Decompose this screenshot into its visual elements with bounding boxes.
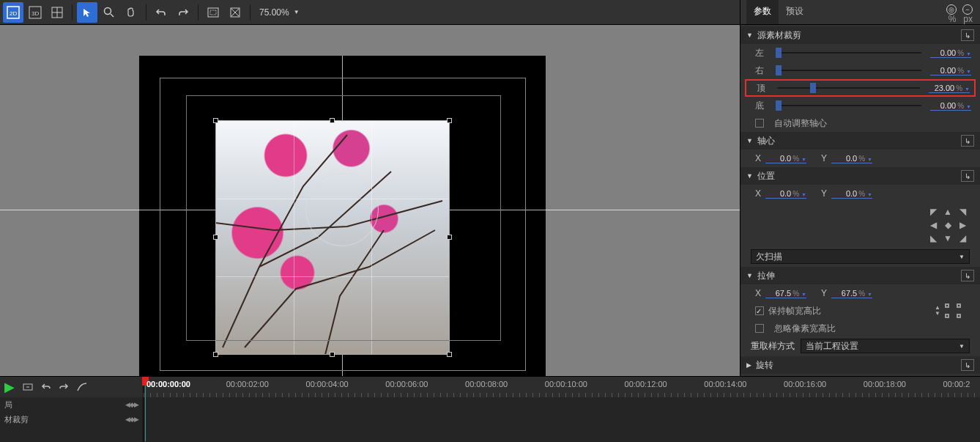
- timecode-label: 00:00:12:00: [625, 380, 667, 388]
- select-tool-button[interactable]: [77, 2, 97, 23]
- slider-crop-top[interactable]: [777, 87, 920, 89]
- timecode-label: 00:00:10:00: [545, 380, 587, 388]
- param-pivot-xy: X 0.0%▼ Y 0.0%▼: [740, 150, 980, 167]
- value-pivot-y[interactable]: 0.0%▼: [831, 154, 872, 163]
- slider-crop-bottom[interactable]: [776, 105, 921, 106]
- add-keyframe-icon[interactable]: ↳: [961, 29, 974, 41]
- svg-text:3D: 3D: [31, 10, 39, 17]
- tab-presets[interactable]: 预设: [779, 0, 811, 24]
- properties-panel: 参数 预设 % px ▼源素材裁剪↳ 左 0.00%▼ 右 0.00%▼ 顶 2…: [740, 0, 980, 376]
- timecode-label: 00:00:00:00: [146, 380, 190, 388]
- svg-text:2D: 2D: [10, 10, 17, 17]
- value-crop-bottom[interactable]: 0.00%▼: [930, 101, 971, 111]
- handle-ml[interactable]: [213, 235, 218, 240]
- resample-select[interactable]: 当前工程设置▼: [801, 339, 970, 353]
- zoom-tool-button[interactable]: [99, 2, 119, 23]
- track-row[interactable]: 局◀◆▶: [0, 397, 143, 412]
- param-crop-bottom: 底 0.00%▼: [740, 97, 980, 114]
- nudge-pad[interactable]: ◤▲◥ ◀◆▶ ◣▼◢: [926, 205, 970, 245]
- keyframe-nav-icon[interactable]: ◀◆▶: [125, 416, 138, 423]
- section-pivot[interactable]: ▼轴心↳: [740, 132, 980, 150]
- slider-crop-right[interactable]: [776, 70, 921, 71]
- param-crop-right: 右 0.00%▼: [740, 62, 980, 79]
- section-rotate[interactable]: ▶旋转↳: [740, 356, 980, 374]
- handle-br[interactable]: [447, 352, 452, 357]
- undo-button[interactable]: [151, 2, 171, 23]
- tl-undo-button[interactable]: [41, 383, 51, 391]
- handle-tr[interactable]: [447, 118, 452, 123]
- unit-pixels[interactable]: px: [963, 14, 973, 24]
- svg-rect-10: [210, 10, 216, 15]
- checkbox-auto-pivot[interactable]: [755, 119, 764, 128]
- param-crop-left: 左 0.00%▼: [740, 44, 980, 62]
- zoom-select[interactable]: 75.00%▼: [255, 6, 302, 19]
- sort-icon[interactable]: ▲▼: [935, 305, 940, 317]
- param-keep-ratio[interactable]: 保持帧宽高比 ▲▼: [740, 302, 980, 320]
- section-crop-title: 源素材裁剪: [757, 29, 801, 42]
- loop-button[interactable]: [22, 382, 34, 392]
- tl-redo-button[interactable]: [59, 383, 69, 391]
- param-auto-pivot[interactable]: 自动调整轴心: [740, 114, 980, 132]
- timeline-ruler[interactable]: 00:00:00:0000:00:02:0000:00:04:0000:00:0…: [144, 377, 980, 397]
- overscan-select[interactable]: 欠扫描▼: [751, 249, 970, 264]
- timecode-label: 00:00:08:00: [465, 380, 508, 388]
- safezone-button[interactable]: [203, 2, 223, 23]
- mode-2d-button[interactable]: 2D: [3, 2, 23, 23]
- track-row[interactable]: 材裁剪◀◆▶: [0, 412, 143, 427]
- handle-bl[interactable]: [213, 352, 218, 357]
- svg-rect-9: [208, 8, 218, 17]
- handle-bc[interactable]: [330, 352, 335, 357]
- add-keyframe-icon[interactable]: ↳: [961, 170, 974, 182]
- checkbox-keep-ratio[interactable]: [755, 306, 764, 315]
- add-keyframe-icon[interactable]: ↳: [961, 270, 974, 281]
- value-position-x[interactable]: 0.0%▼: [765, 189, 806, 199]
- value-crop-top[interactable]: 23.00%▼: [929, 84, 970, 93]
- section-crop[interactable]: ▼源素材裁剪↳: [740, 26, 980, 44]
- timecode-label: 00:00:04:00: [306, 380, 349, 388]
- value-stretch-y[interactable]: 67.5%▼: [831, 289, 872, 298]
- grid-button[interactable]: [47, 2, 67, 23]
- hand-tool-button[interactable]: [121, 2, 141, 23]
- timeline-panel: ▶ 00:00:00:0000:00:02:0000:00:04:0000:00…: [0, 376, 980, 442]
- param-position-xy: X 0.0%▼ Y 0.0%▼: [740, 185, 980, 202]
- fullscreen-icon[interactable]: [945, 303, 961, 318]
- timecode-label: 00:00:16:00: [784, 380, 826, 388]
- unit-percent[interactable]: %: [949, 14, 957, 24]
- settings-icon[interactable]: −: [962, 4, 973, 15]
- tab-params[interactable]: 参数: [746, 0, 779, 24]
- svg-point-7: [105, 7, 111, 14]
- handle-tc[interactable]: [330, 118, 335, 123]
- param-stretch-xy: X 67.5%▼ Y 67.5%▼: [740, 284, 980, 302]
- param-crop-top: 顶 23.00%▼: [745, 79, 976, 97]
- handle-mr[interactable]: [447, 235, 452, 240]
- svg-line-8: [111, 14, 114, 17]
- value-pivot-x[interactable]: 0.0%▼: [765, 154, 806, 163]
- section-stretch[interactable]: ▼拉伸↳: [740, 267, 980, 284]
- help-icon[interactable]: ◎: [946, 4, 957, 15]
- track-area[interactable]: [144, 397, 980, 442]
- handle-tl[interactable]: [213, 118, 218, 123]
- value-crop-right[interactable]: 0.00%▼: [930, 66, 971, 75]
- redo-button[interactable]: [173, 2, 193, 23]
- value-crop-left[interactable]: 0.00%▼: [930, 48, 971, 58]
- viewer-toolbar: 2D 3D 75.00%▼: [0, 0, 740, 25]
- value-stretch-x[interactable]: 67.5%▼: [765, 289, 806, 298]
- timecode-label: 00:00:18:00: [864, 380, 906, 388]
- play-button[interactable]: ▶: [4, 379, 15, 395]
- add-keyframe-icon[interactable]: ↳: [961, 359, 974, 371]
- timecode-label: 00:00:06:00: [385, 380, 428, 388]
- slider-crop-left[interactable]: [776, 52, 921, 54]
- canvas-viewport[interactable]: [0, 25, 740, 376]
- mode-3d-button[interactable]: 3D: [25, 2, 45, 23]
- timecode-label: 00:00:2: [943, 380, 970, 388]
- value-position-y[interactable]: 0.0%▼: [831, 189, 872, 199]
- add-keyframe-icon[interactable]: ↳: [961, 135, 974, 147]
- timecode-label: 00:00:14:00: [704, 380, 746, 388]
- keyframe-nav-icon[interactable]: ◀◆▶: [125, 401, 138, 408]
- curve-button[interactable]: [76, 382, 88, 392]
- checkbox-ignore-par[interactable]: [755, 324, 764, 333]
- mask-button[interactable]: [225, 2, 245, 23]
- transform-bounds[interactable]: [215, 120, 450, 355]
- param-ignore-par[interactable]: 忽略像素宽高比: [740, 320, 980, 337]
- section-position[interactable]: ▼位置↳: [740, 167, 980, 185]
